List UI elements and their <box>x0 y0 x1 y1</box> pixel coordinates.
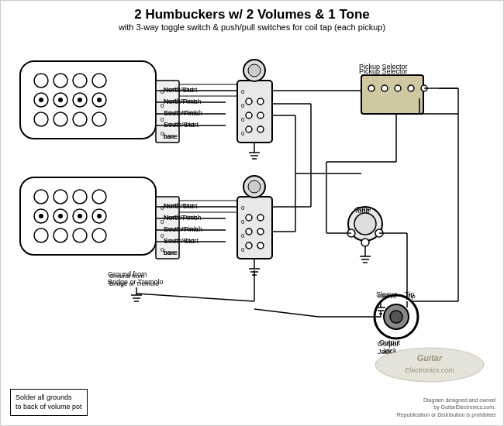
svg-point-83 <box>257 228 264 235</box>
svg-point-39 <box>97 214 102 218</box>
svg-text:0: 0 <box>241 204 245 211</box>
svg-point-68 <box>257 98 264 105</box>
svg-point-69 <box>246 112 252 119</box>
watermark: Guitar Electronics.com <box>371 345 488 386</box>
svg-point-28 <box>34 190 48 204</box>
svg-point-10 <box>78 98 82 102</box>
copyright-line3: Republication or Distribution is prohibi… <box>397 411 495 419</box>
svg-point-97 <box>381 85 388 91</box>
svg-text:0: 0 <box>241 102 245 109</box>
svg-point-8 <box>58 98 63 102</box>
svg-text:0: 0 <box>241 130 245 137</box>
copyright: Diagram designed and owned by GuitarElec… <box>397 397 495 419</box>
svg-point-96 <box>368 85 375 91</box>
svg-point-16 <box>92 112 106 126</box>
svg-point-41 <box>54 228 67 242</box>
main-container: 2 Humbuckers w/ 2 Volumes & 1 Tone with … <box>0 0 504 426</box>
svg-point-4 <box>92 74 106 88</box>
label-tone: Tone <box>354 207 370 215</box>
svg-point-1 <box>34 74 48 88</box>
note-text: Solder all groundsto back of volume pot <box>16 393 82 411</box>
svg-point-85 <box>257 242 264 249</box>
diagram-area: 0 0 0 0 North Start North Finish South F… <box>1 38 504 394</box>
label-south-start-top: South Start <box>164 121 198 129</box>
copyright-line2: by GuitarElectronics.com. <box>397 404 495 411</box>
svg-rect-94 <box>361 75 423 114</box>
svg-point-13 <box>34 112 48 126</box>
label-north-finish-bot: North Finish <box>164 214 202 222</box>
svg-point-12 <box>97 98 102 102</box>
svg-point-36 <box>39 214 43 218</box>
svg-text:0: 0 <box>241 218 245 225</box>
label-bare-bot: bare <box>164 249 178 256</box>
svg-point-40 <box>34 228 48 242</box>
svg-text:Guitar: Guitar <box>417 353 443 362</box>
label-sleeve: Sleeve <box>376 290 398 298</box>
svg-line-156 <box>254 309 319 317</box>
label-tip: Tip <box>405 290 414 298</box>
svg-point-15 <box>73 112 87 126</box>
svg-text:0: 0 <box>241 232 245 239</box>
svg-point-6 <box>39 98 43 102</box>
label-ground-bridge: Ground fromBridge or Tremolo <box>108 270 164 286</box>
label-south-finish-bot: South Finish <box>164 225 202 233</box>
svg-point-71 <box>246 126 252 132</box>
svg-point-81 <box>257 215 264 221</box>
svg-text:0: 0 <box>241 246 245 253</box>
label-north-start-top: North Start <box>164 86 198 94</box>
wiring-diagram: 0 0 0 0 North Start North Finish South F… <box>1 38 504 394</box>
svg-point-43 <box>92 228 106 242</box>
label-south-finish-top: South Finish <box>164 109 202 117</box>
svg-text:0: 0 <box>241 116 245 123</box>
label-pickup-selector: Pickup Selector <box>359 67 408 75</box>
svg-line-153 <box>136 294 254 301</box>
svg-point-3 <box>73 74 87 88</box>
label-south-start-bot: South Start <box>164 237 198 245</box>
copyright-line1: Diagram designed and owned <box>397 397 495 404</box>
svg-point-104 <box>354 213 376 235</box>
svg-text:0: 0 <box>241 88 245 95</box>
svg-point-42 <box>73 228 87 242</box>
main-title: 2 Humbuckers w/ 2 Volumes & 1 Tone <box>1 7 503 22</box>
svg-point-84 <box>246 242 252 249</box>
svg-point-38 <box>78 214 82 218</box>
svg-point-67 <box>246 98 252 105</box>
note-box: Solder all groundsto back of volume pot <box>10 389 88 416</box>
svg-point-99 <box>408 85 414 91</box>
svg-text:Electronics.com: Electronics.com <box>405 366 454 374</box>
svg-point-98 <box>395 85 401 91</box>
svg-point-107 <box>361 239 369 246</box>
svg-point-79 <box>248 180 261 193</box>
svg-point-70 <box>257 112 264 119</box>
svg-point-14 <box>54 112 67 126</box>
title-area: 2 Humbuckers w/ 2 Volumes & 1 Tone with … <box>1 1 503 32</box>
label-north-start-bot: North Start <box>164 202 198 210</box>
label-bare-top: bare <box>164 132 178 140</box>
svg-point-30 <box>73 190 87 204</box>
svg-point-37 <box>58 214 63 218</box>
svg-point-115 <box>390 311 402 323</box>
svg-point-82 <box>246 228 252 235</box>
svg-point-2 <box>54 74 67 88</box>
svg-point-29 <box>54 190 67 204</box>
svg-point-66 <box>248 64 261 77</box>
svg-point-31 <box>92 190 106 204</box>
svg-point-72 <box>257 126 264 132</box>
svg-point-80 <box>246 215 252 221</box>
subtitle: with 3-way toggle switch & push/pull swi… <box>1 22 503 32</box>
label-north-finish-top: North Finish <box>164 98 202 105</box>
